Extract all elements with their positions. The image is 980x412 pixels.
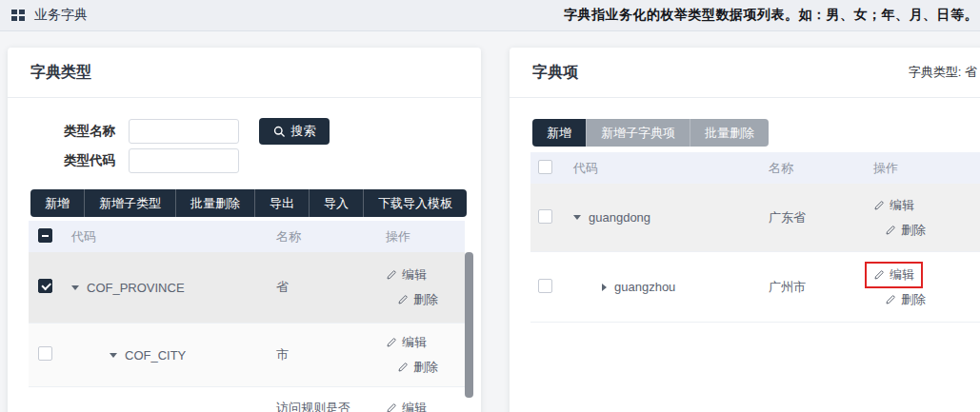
batch-delete-type-button[interactable]: 批量删除 bbox=[175, 189, 254, 217]
collapse-caret-icon[interactable] bbox=[602, 284, 607, 291]
row-code: guangzhou bbox=[614, 280, 675, 294]
edit-pencil-icon bbox=[386, 337, 397, 348]
name-column-header: 名称 bbox=[276, 228, 376, 245]
dict-item-title: 字典项 bbox=[532, 63, 578, 83]
edit-link-highlighted[interactable]: 编辑 bbox=[865, 262, 923, 288]
row-name: 广州市 bbox=[769, 279, 873, 296]
import-button[interactable]: 导入 bbox=[309, 189, 363, 217]
row-code: COF_CITY bbox=[125, 348, 186, 363]
add-type-button[interactable]: 新增 bbox=[30, 189, 84, 217]
edit-link[interactable]: 编辑 bbox=[386, 400, 465, 412]
type-name-label: 类型名称 bbox=[64, 123, 129, 140]
delete-pencil-icon bbox=[397, 362, 409, 373]
row-checkbox[interactable] bbox=[538, 209, 552, 224]
edit-pencil-icon bbox=[873, 269, 885, 281]
delete-link[interactable]: 删除 bbox=[397, 359, 465, 376]
select-all-checkbox[interactable] bbox=[538, 160, 552, 174]
expand-caret-icon[interactable] bbox=[71, 285, 79, 290]
type-name-form-row: 类型名称 搜索 bbox=[64, 118, 330, 145]
action-column-header: 操作 bbox=[873, 160, 980, 177]
dict-item-panel-header: 字典项 字典类型: 省 bbox=[510, 48, 980, 98]
dict-type-title: 字典类型 bbox=[30, 63, 91, 83]
edit-pencil-icon bbox=[873, 200, 885, 211]
table-row[interactable]: COF_CITY 市 编辑 删除 bbox=[29, 324, 465, 387]
type-code-input[interactable] bbox=[129, 148, 239, 173]
page-description: 字典指业务化的枚举类型数据项列表。如：男、女；年、月、日等。 bbox=[564, 7, 978, 24]
delete-pencil-icon bbox=[885, 294, 896, 305]
row-name: 省 bbox=[276, 279, 376, 296]
row-checkbox[interactable] bbox=[38, 346, 52, 361]
download-template-button[interactable]: 下载导入模板 bbox=[363, 189, 467, 217]
topbar: 业务字典 字典指业务化的枚举类型数据项列表。如：男、女；年、月、日等。 bbox=[0, 0, 980, 31]
row-checkbox[interactable] bbox=[538, 279, 552, 293]
search-button[interactable]: 搜索 bbox=[259, 118, 330, 145]
dict-type-table: 代码 名称 操作 COF_PROVINCE 省 编辑 删除 bbox=[29, 221, 465, 412]
dict-item-panel: 字典项 字典类型: 省 新增 新增子字典项 批量删除 代码 名称 操作 guan… bbox=[510, 48, 980, 412]
row-checkbox[interactable] bbox=[38, 279, 52, 293]
delete-link[interactable]: 删除 bbox=[397, 291, 465, 308]
apps-grid-icon bbox=[11, 10, 25, 21]
type-code-form-row: 类型代码 bbox=[64, 148, 239, 173]
code-column-header: 代码 bbox=[71, 228, 276, 245]
search-button-label: 搜索 bbox=[291, 123, 316, 140]
delete-link[interactable]: 删除 bbox=[885, 222, 980, 239]
batch-delete-item-button[interactable]: 批量删除 bbox=[690, 119, 769, 147]
edit-link[interactable]: 编辑 bbox=[386, 334, 465, 351]
row-name: 市 bbox=[276, 346, 376, 363]
action-column-header: 操作 bbox=[376, 228, 465, 245]
row-code: guangdong bbox=[589, 210, 650, 225]
edit-pencil-icon bbox=[386, 402, 397, 412]
row-name: 广东省 bbox=[769, 209, 873, 226]
dict-type-panel-header: 字典类型 bbox=[8, 48, 481, 98]
code-column-header: 代码 bbox=[573, 160, 769, 177]
page-title: 业务字典 bbox=[34, 7, 88, 24]
add-item-button[interactable]: 新增 bbox=[532, 119, 586, 147]
expand-caret-icon[interactable] bbox=[110, 353, 117, 358]
delete-link[interactable]: 删除 bbox=[885, 291, 980, 308]
edit-link[interactable]: 编辑 bbox=[386, 266, 465, 284]
export-button[interactable]: 导出 bbox=[254, 189, 309, 217]
dict-item-toolbar: 新增 新增子字典项 批量删除 bbox=[532, 119, 769, 147]
row-name: 访问规则是否 bbox=[276, 400, 376, 412]
add-subitem-button[interactable]: 新增子字典项 bbox=[586, 119, 690, 147]
dict-type-toolbar: 新增 新增子类型 批量删除 导出 导入 下载导入模板 bbox=[30, 189, 467, 217]
delete-pencil-icon bbox=[397, 294, 409, 305]
table-row[interactable]: guangzhou 广州市 编辑 删除 bbox=[530, 252, 980, 323]
dict-item-table: 代码 名称 操作 guangdong 广东省 编辑 删除 bbox=[530, 152, 980, 323]
dict-type-table-header: 代码 名称 操作 bbox=[29, 221, 465, 252]
dict-item-table-header: 代码 名称 操作 bbox=[530, 152, 980, 184]
type-code-label: 类型代码 bbox=[64, 152, 129, 169]
edit-pencil-icon bbox=[386, 269, 397, 281]
edit-link[interactable]: 编辑 bbox=[873, 197, 980, 214]
table-row[interactable]: 访问规则是否 编辑 bbox=[29, 387, 465, 412]
type-name-input[interactable] bbox=[129, 119, 239, 144]
name-column-header: 名称 bbox=[769, 160, 873, 177]
table-row[interactable]: COF_PROVINCE 省 编辑 删除 bbox=[29, 252, 465, 324]
table-row[interactable]: guangdong 广东省 编辑 删除 bbox=[530, 184, 980, 252]
table-scrollbar[interactable] bbox=[465, 252, 473, 398]
search-icon bbox=[273, 126, 286, 138]
dict-type-panel: 字典类型 类型名称 搜索 类型代码 新增 新增子类型 批量删除 导出 导入 下载… bbox=[8, 48, 481, 412]
dict-type-filter: 字典类型: 省 bbox=[909, 64, 977, 81]
select-all-checkbox[interactable] bbox=[38, 228, 52, 243]
expand-caret-icon[interactable] bbox=[573, 215, 581, 220]
dict-type-filter-value: 省 bbox=[965, 65, 977, 79]
add-subtype-button[interactable]: 新增子类型 bbox=[84, 189, 175, 217]
delete-pencil-icon bbox=[885, 225, 896, 236]
row-code: COF_PROVINCE bbox=[87, 281, 185, 295]
